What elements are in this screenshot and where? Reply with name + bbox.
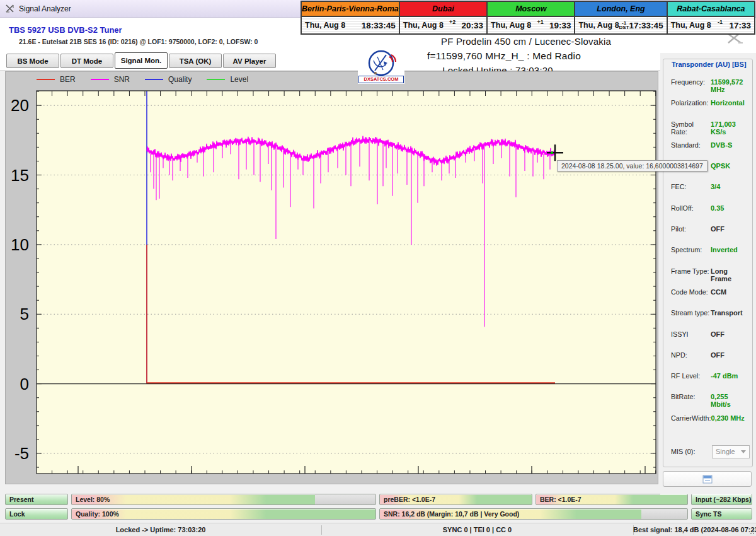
transponder-rows: Frequency:11599,572 MHz Polarization:Hor… — [671, 78, 750, 459]
svg-text:-5: -5 — [14, 444, 29, 463]
mode-tabs: BS Mode DT Mode Signal Mon. TSA (OK) AV … — [6, 54, 276, 70]
resize-grip[interactable] — [748, 528, 755, 535]
clock-date: Thu, Aug 8 — [671, 21, 711, 30]
row-stream-type: Stream type:Transport — [671, 309, 750, 330]
ber-bar: BER: <1.0E-7 — [536, 494, 688, 505]
row-fec: FEC:3/4 — [671, 183, 750, 204]
row-bitrate: BitRate:0,255 Mbit/s — [671, 393, 750, 414]
row-frequency: Frequency:11599,572 MHz — [671, 78, 750, 99]
row-symbol-rate: Symbol Rate:171,003 KS/s — [671, 120, 750, 141]
svg-text:15: 15 — [11, 166, 29, 185]
svg-text:10: 10 — [11, 235, 29, 254]
row-polarization: Polarization:Horizontal — [671, 99, 750, 120]
row-carrier-width: CarrierWidth:0,230 MHz — [671, 414, 750, 435]
tuner-name: TBS 5927 USB DVB-S2 Tuner — [9, 25, 122, 35]
clock-city: Dubai — [432, 4, 454, 13]
chart-legend: BER SNR Quality Level — [37, 75, 248, 84]
row-mis: MIS (0): Single — [671, 444, 750, 459]
sync-ts-indicator: Sync TS — [691, 508, 752, 520]
svg-text:5: 5 — [20, 305, 29, 323]
clock-date: Thu, Aug 8 — [578, 21, 619, 30]
clock-time: 19:33 — [549, 21, 571, 30]
row-rf-level: RF Level:-47 dBm — [671, 372, 750, 393]
legend-quality: Quality — [145, 75, 192, 84]
snr-line-swatch — [91, 79, 109, 80]
quality-line-swatch — [145, 79, 163, 80]
row-spectrum: Spectrum:Inverted — [671, 246, 750, 267]
level-bar-unfilled — [315, 494, 375, 504]
transponder-title: Transponder (AU) [BS] — [669, 61, 749, 68]
tab-av-player[interactable]: AV Player — [223, 54, 276, 68]
level-bar: Level: 80% — [71, 494, 376, 505]
satellite-dish-icon — [358, 49, 404, 77]
tab-bs-mode[interactable]: BS Mode — [6, 54, 59, 68]
clock-berlin: Berlin-Paris-Vienna-Roma Thu, Aug 8 18:3… — [301, 1, 400, 35]
row-issyi: ISSYIOFF — [671, 330, 750, 351]
ber-line-swatch — [37, 79, 55, 80]
clock-date: Thu, Aug 8 — [403, 21, 444, 30]
save-snapshot-button[interactable] — [663, 471, 752, 487]
signal-monitor-chart[interactable]: 20151050-5 — [5, 71, 658, 484]
clock-time: 20:33 — [462, 21, 484, 30]
status-bar: Locked -> Uptime: 73:03:20 SYNC 0 | TEI … — [0, 523, 756, 536]
chart-tooltip: 2024-08-08 18.25.00, value: 16,600000381… — [557, 160, 707, 172]
clock-dst-flag: -1DST — [619, 21, 629, 30]
preber-bar: preBER: <1.0E-7 — [379, 494, 532, 505]
row-standard: Standard:DVB-S — [671, 141, 750, 162]
clock-time: 17:33 — [729, 21, 751, 30]
tab-signal-mon[interactable]: Signal Mon. — [115, 52, 168, 69]
clock-utc-offset: -1 — [718, 19, 723, 25]
clock-dubai: Dubai Thu, Aug 8 +2 20:33 — [399, 1, 488, 35]
mis-dropdown[interactable]: Single — [712, 445, 750, 458]
clock-utc-offset: +2 — [449, 19, 455, 25]
clock-city: Berlin-Paris-Vienna-Roma — [302, 4, 399, 13]
row-rolloff: RollOff:0.35 — [671, 204, 750, 225]
row-frame-type: Frame Type:Long Frame — [671, 267, 750, 288]
clock-london: London, Eng Thu, Aug 8 -1DST 17:33:45 — [574, 1, 667, 35]
svg-text:20: 20 — [11, 96, 29, 115]
tuner-details: 21.6E - Eutelsat 21B SES 16 (ID: 0216) @… — [19, 38, 258, 45]
app-icon — [5, 4, 14, 13]
window-title: Signal Analyzer — [19, 4, 71, 13]
legend-ber: BER — [37, 75, 76, 84]
mis-label: MIS (0): — [671, 448, 711, 455]
statusbar-uptime: Locked -> Uptime: 73:03:20 — [0, 523, 321, 536]
dxsatcs-logo-label: DXSATCS.COM — [358, 76, 404, 83]
input-indicator: Input (~282 Kbps) — [691, 494, 752, 505]
frequency-title: f=11599,760 MHz_H_ : Med Radio — [384, 50, 624, 62]
snr-bar: SNR: 16,2 dB (Margin: 10,7 dB | Very Goo… — [379, 508, 688, 520]
quality-bar: Quality: 100% — [71, 508, 376, 520]
legend-level: Level — [207, 75, 248, 84]
antenna-location-title: PF Prodelin 450 cm / Lucenec-Slovakia — [416, 36, 636, 47]
dxsatcs-logo: DXSATCS.COM — [358, 49, 404, 84]
world-clocks: Berlin-Paris-Vienna-Roma Thu, Aug 8 18:3… — [301, 1, 755, 35]
statusbar-sync-counters: SYNC 0 | TEI 0 | CC 0 — [321, 523, 633, 536]
chevron-down-icon — [741, 450, 746, 453]
lock-indicator: Lock — [5, 508, 68, 520]
transponder-groupbox: Transponder (AU) [BS] Frequency:11599,57… — [663, 59, 753, 467]
clock-rabat: Rabat-Casablanca Thu, Aug 8 -1 17:33 — [667, 1, 755, 35]
save-icon — [702, 475, 713, 484]
tab-tsa[interactable]: TSA (OK) — [169, 54, 222, 68]
clock-time: 17:33:45 — [629, 21, 663, 30]
clock-utc-offset: +1 — [537, 19, 543, 25]
svg-text:0: 0 — [20, 375, 29, 393]
present-indicator: Present — [5, 494, 68, 505]
transponder-panel: Transponder (AU) [BS] Frequency:11599,57… — [660, 53, 756, 494]
clock-moscow: Moscow Thu, Aug 8 +1 19:33 — [486, 1, 575, 35]
row-pilot: Pilot:OFF — [671, 225, 750, 246]
tab-dt-mode[interactable]: DT Mode — [60, 54, 113, 68]
statusbar-best-signal: Best signal: 18,4 dB (2024-08-06 07:23) — [633, 523, 756, 536]
row-code-mode: Code Mode:CCM — [671, 288, 750, 309]
row-npd: NPD:OFF — [671, 351, 750, 372]
level-line-swatch — [207, 79, 225, 80]
clock-city: London, Eng — [597, 4, 644, 13]
clock-city: Rabat-Casablanca — [677, 4, 745, 13]
clock-date: Thu, Aug 8 — [491, 21, 531, 30]
legend-snr: SNR — [91, 75, 130, 84]
clock-date: Thu, Aug 8 — [305, 21, 345, 30]
clock-time: 18:33:45 — [362, 21, 396, 30]
snr-bar-unfilled — [641, 509, 687, 519]
clock-city: Moscow — [515, 4, 546, 13]
